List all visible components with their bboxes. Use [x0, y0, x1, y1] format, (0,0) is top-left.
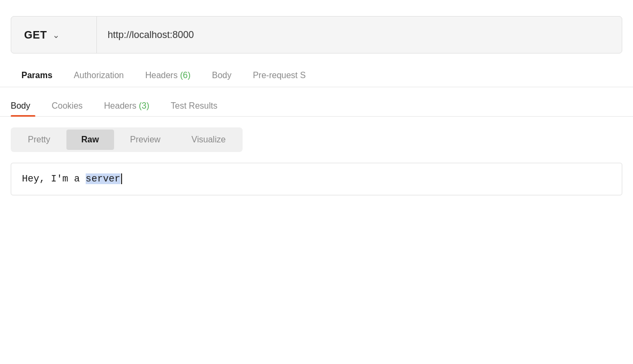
tab-body[interactable]: Body [201, 64, 242, 87]
text-cursor [121, 173, 122, 184]
body-text: Hey, I'm a server [22, 173, 122, 184]
response-tabs: Body Cookies Headers (3) Test Results [0, 96, 633, 117]
url-input[interactable] [97, 17, 622, 53]
body-content: Hey, I'm a server [11, 163, 622, 195]
body-highlight-text: server [86, 173, 120, 184]
method-selector[interactable]: GET ⌄ [11, 17, 97, 53]
request-bar: GET ⌄ [11, 16, 622, 54]
view-tab-preview[interactable]: Preview [115, 130, 176, 150]
body-pre-text: Hey, I'm a [22, 173, 86, 184]
response-headers-badge: (3) [139, 101, 149, 110]
view-tabs: Pretty Raw Preview Visualize [11, 127, 243, 152]
tab-prerequest[interactable]: Pre-request S [242, 64, 316, 87]
chevron-down-icon: ⌄ [52, 30, 59, 40]
view-tab-visualize[interactable]: Visualize [177, 130, 241, 150]
response-tab-cookies[interactable]: Cookies [41, 96, 93, 116]
headers-badge: (6) [180, 71, 191, 80]
tab-params[interactable]: Params [11, 64, 63, 87]
request-tabs: Params Authorization Headers (6) Body Pr… [0, 64, 633, 87]
method-label: GET [24, 29, 47, 41]
response-tab-body[interactable]: Body [11, 96, 41, 116]
response-tab-test-results[interactable]: Test Results [160, 96, 228, 116]
view-tab-raw[interactable]: Raw [66, 130, 114, 150]
response-tab-headers[interactable]: Headers (3) [93, 96, 160, 116]
tab-authorization[interactable]: Authorization [63, 64, 134, 87]
tab-headers[interactable]: Headers (6) [134, 64, 201, 87]
view-tab-pretty[interactable]: Pretty [13, 130, 65, 150]
